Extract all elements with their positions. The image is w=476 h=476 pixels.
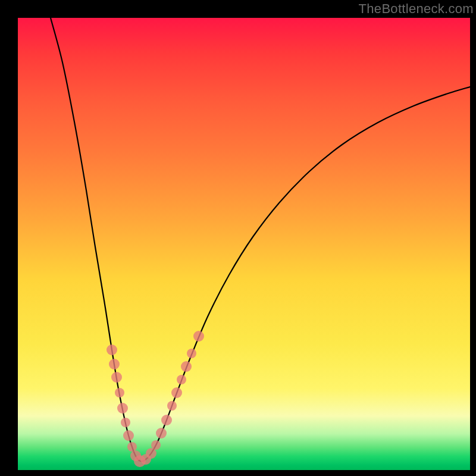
bottleneck-curve <box>51 18 470 461</box>
data-marker <box>111 372 122 383</box>
data-marker <box>107 345 117 355</box>
plot-area <box>18 18 470 470</box>
data-marker <box>109 359 120 369</box>
data-marker <box>151 440 161 450</box>
data-marker <box>123 430 134 441</box>
data-marker <box>121 418 130 427</box>
data-marker <box>171 387 182 398</box>
data-markers-group <box>107 331 204 467</box>
data-marker <box>187 349 196 358</box>
data-marker <box>156 428 167 439</box>
data-marker <box>177 375 186 384</box>
curve-layer <box>18 18 470 470</box>
data-marker <box>117 403 128 414</box>
data-marker <box>181 361 192 372</box>
data-marker <box>167 401 177 411</box>
data-marker <box>127 442 137 452</box>
data-marker <box>115 388 124 397</box>
watermark-text: TheBottleneck.com <box>359 1 474 17</box>
data-marker <box>161 415 172 425</box>
data-marker <box>193 331 204 342</box>
chart-frame: TheBottleneck.com <box>0 0 476 476</box>
